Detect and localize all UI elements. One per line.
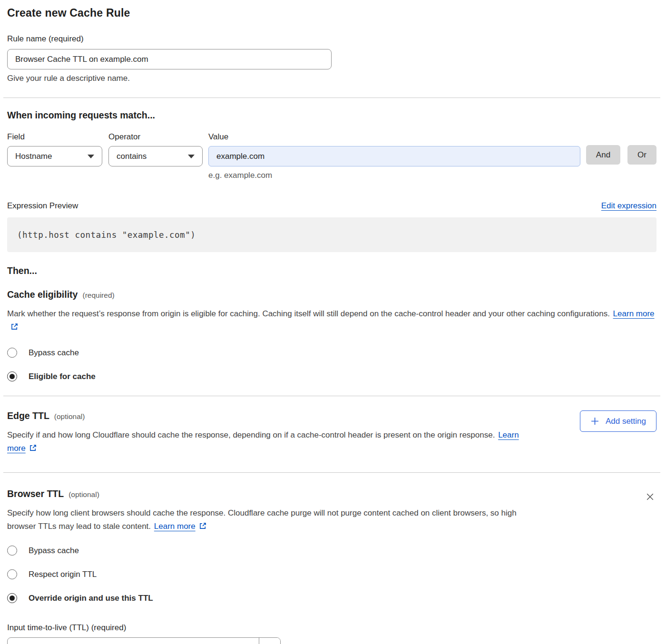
external-link-icon (199, 522, 207, 530)
match-heading: When incoming requests match... (7, 110, 656, 121)
ttl-input-label: Input time-to-live (TTL) (required) (7, 623, 656, 633)
add-setting-button[interactable]: Add setting (580, 410, 656, 432)
and-button[interactable]: And (586, 145, 620, 165)
caret-down-icon (88, 155, 94, 158)
cache-eligibility-description: Mark whether the request’s response from… (7, 307, 656, 334)
field-label: Field (7, 132, 102, 142)
expression-preview-label: Expression Preview (7, 201, 78, 211)
radio-circle-checked[interactable] (7, 593, 17, 603)
edge-ttl-title: Edge TTL (7, 410, 49, 421)
browser-ttl-description: Specify how long client browsers should … (7, 507, 526, 533)
operator-select[interactable]: contains (108, 146, 203, 166)
match-row: Field Hostname Operator contains Value e… (7, 132, 656, 180)
rule-name-helper: Give your rule a descriptive name. (7, 74, 656, 83)
radio-label: Bypass cache (29, 348, 79, 358)
external-link-icon (10, 322, 19, 331)
cache-eligibility-title: Cache eligibility (7, 289, 78, 300)
divider (3, 98, 660, 98)
close-icon (645, 491, 656, 502)
field-select-value: Hostname (15, 152, 52, 161)
browser-ttl-qualifier: (optional) (69, 490, 99, 499)
radio-label: Respect origin TTL (29, 570, 97, 579)
browser-ttl-learn-more-link[interactable]: Learn more (154, 522, 196, 531)
edge-ttl-description: Specify if and how long Cloudflare shoul… (7, 429, 530, 455)
radio-override-origin-ttl[interactable]: Override origin and use this TTL (7, 593, 656, 603)
cache-eligibility-description-text: Mark whether the request’s response from… (7, 309, 610, 318)
external-link-icon (29, 444, 37, 452)
divider (3, 396, 660, 396)
radio-circle-checked[interactable] (7, 371, 17, 381)
ttl-select[interactable]: 1 day (7, 637, 281, 644)
or-button[interactable]: Or (627, 145, 656, 165)
browser-ttl-description-text: Specify how long client browsers should … (7, 508, 517, 531)
rule-name-input[interactable] (7, 49, 332, 69)
add-setting-label: Add setting (606, 417, 646, 426)
edge-ttl-description-text: Specify if and how long Cloudflare shoul… (7, 430, 495, 439)
create-cache-rule-form: Create new Cache Rule Rule name (require… (0, 0, 666, 644)
radio-circle[interactable] (7, 546, 17, 556)
browser-ttl-section: Browser TTL (optional) Specify how long … (7, 488, 656, 533)
radio-bypass-cache[interactable]: Bypass cache (7, 348, 656, 358)
operator-select-value: contains (117, 152, 147, 161)
then-heading: Then... (7, 265, 656, 276)
ttl-select-arrow[interactable] (259, 638, 280, 644)
page-title: Create new Cache Rule (7, 7, 656, 20)
radio-browser-bypass-cache[interactable]: Bypass cache (7, 546, 656, 556)
radio-label: Eligible for cache (29, 372, 96, 381)
edge-ttl-section: Edge TTL (optional) Specify if and how l… (7, 410, 656, 455)
expression-code: (http.host contains "example.com") (17, 230, 196, 240)
rule-name-label: Rule name (required) (7, 34, 84, 43)
expression-preview-box: (http.host contains "example.com") (7, 217, 656, 252)
caret-down-icon (188, 155, 195, 158)
remove-browser-ttl-button[interactable] (644, 490, 656, 505)
divider (3, 472, 660, 473)
radio-eligible-for-cache[interactable]: Eligible for cache (7, 371, 656, 381)
radio-label: Bypass cache (29, 546, 79, 556)
field-select[interactable]: Hostname (7, 146, 102, 166)
cache-eligibility-qualifier: (required) (82, 291, 114, 300)
edge-ttl-qualifier: (optional) (54, 412, 85, 421)
edit-expression-link[interactable]: Edit expression (601, 201, 656, 211)
browser-ttl-title: Browser TTL (7, 488, 64, 499)
radio-respect-origin-ttl[interactable]: Respect origin TTL (7, 569, 656, 579)
radio-circle[interactable] (7, 348, 17, 358)
plus-icon (590, 417, 599, 426)
value-input[interactable] (208, 146, 580, 166)
cache-eligibility-learn-more-link[interactable]: Learn more (613, 309, 655, 318)
radio-label: Override origin and use this TTL (29, 594, 153, 603)
operator-label: Operator (108, 132, 203, 142)
value-label: Value (208, 132, 580, 142)
value-helper: e.g. example.com (208, 171, 580, 180)
radio-circle[interactable] (7, 569, 17, 579)
ttl-select-value: 1 day (8, 638, 259, 644)
